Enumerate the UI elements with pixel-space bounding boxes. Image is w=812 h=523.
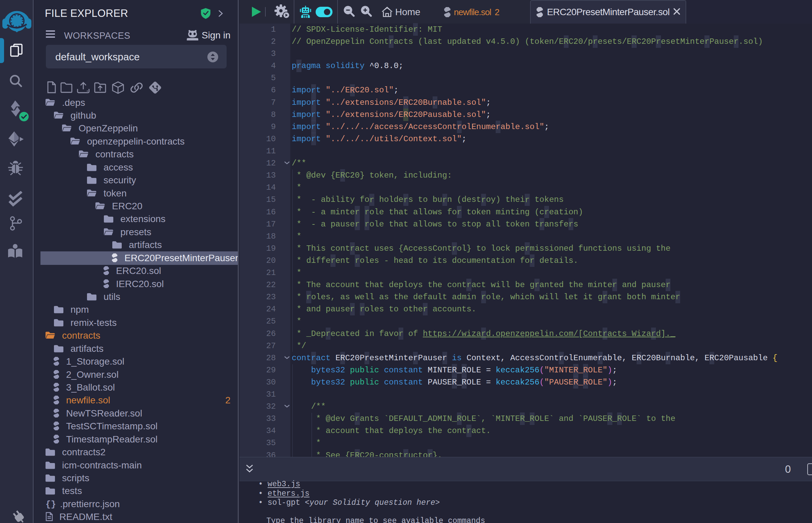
svg-text:{}: {} (46, 500, 55, 509)
